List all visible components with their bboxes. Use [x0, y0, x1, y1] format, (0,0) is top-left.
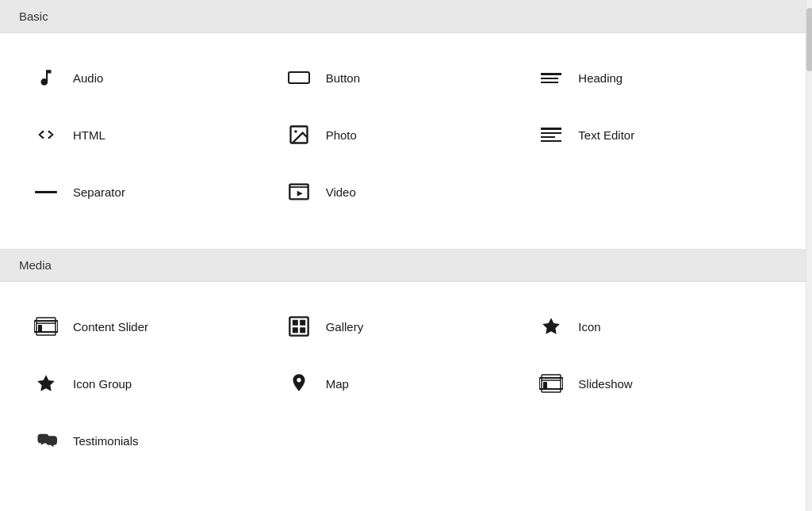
svg-rect-11 — [292, 320, 297, 326]
star-icon — [537, 312, 565, 341]
separator-item[interactable]: Separator — [24, 163, 277, 220]
content-slider-label: Content Slider — [73, 320, 148, 334]
media-items-grid: Content Slider Gallery Ico — [0, 282, 806, 485]
icon-group-icon — [32, 369, 60, 398]
text-editor-label: Text Editor — [578, 128, 634, 142]
heading-icon — [537, 63, 565, 92]
media-label: Media — [19, 258, 52, 272]
map-label: Map — [326, 377, 349, 391]
scrollbar-thumb[interactable] — [806, 8, 812, 71]
slideshow-icon — [537, 369, 565, 398]
separator-label: Separator — [73, 185, 125, 199]
svg-rect-9 — [38, 325, 42, 332]
photo-label: Photo — [326, 128, 357, 142]
button-item[interactable]: Button — [277, 49, 530, 106]
audio-label: Audio — [73, 71, 103, 85]
html-icon — [32, 120, 60, 149]
photo-item[interactable]: Photo — [277, 106, 530, 163]
svg-rect-6 — [34, 321, 58, 332]
separator-icon — [32, 177, 60, 206]
heading-item[interactable]: Heading — [529, 49, 782, 106]
video-item[interactable]: Video — [277, 163, 530, 220]
gallery-item[interactable]: Gallery — [277, 298, 530, 355]
main-content[interactable]: Basic Audio Button Head — [0, 0, 806, 511]
icon-group-item[interactable]: Icon Group — [24, 355, 277, 412]
audio-icon — [32, 63, 60, 92]
html-label: HTML — [73, 128, 105, 142]
button-icon — [285, 63, 313, 92]
svg-rect-13 — [292, 327, 297, 333]
icon-item[interactable]: Icon — [529, 298, 782, 355]
photo-icon — [285, 120, 313, 149]
testimonials-icon — [32, 426, 60, 455]
map-icon — [285, 369, 313, 398]
scrollbar-track[interactable] — [806, 0, 812, 511]
heading-label: Heading — [578, 71, 622, 85]
button-label: Button — [326, 71, 360, 85]
icon-label: Icon — [578, 320, 600, 334]
basic-items-grid: Audio Button Heading HTML — [0, 33, 806, 236]
audio-item[interactable]: Audio — [24, 49, 277, 106]
content-slider-icon — [32, 312, 60, 341]
svg-rect-15 — [539, 378, 563, 389]
video-label: Video — [326, 185, 356, 199]
html-item[interactable]: HTML — [24, 106, 277, 163]
basic-label: Basic — [19, 10, 48, 23]
testimonials-label: Testimonials — [73, 434, 139, 448]
svg-rect-18 — [543, 382, 547, 389]
basic-section-header: Basic — [0, 0, 806, 33]
svg-point-1 — [294, 130, 297, 133]
svg-rect-12 — [300, 320, 305, 326]
text-editor-icon — [537, 120, 565, 149]
svg-marker-5 — [297, 191, 302, 196]
slideshow-label: Slideshow — [578, 377, 632, 391]
svg-rect-2 — [35, 191, 57, 193]
svg-rect-14 — [300, 327, 305, 333]
slideshow-item[interactable]: Slideshow — [529, 355, 782, 412]
text-editor-item[interactable]: Text Editor — [529, 106, 782, 163]
svg-rect-10 — [289, 317, 308, 335]
media-section-header: Media — [0, 249, 806, 282]
map-item[interactable]: Map — [277, 355, 530, 412]
content-slider-item[interactable]: Content Slider — [24, 298, 277, 355]
testimonials-item[interactable]: Testimonials — [24, 412, 277, 469]
gallery-label: Gallery — [326, 320, 364, 334]
video-icon — [285, 177, 313, 206]
icon-group-label: Icon Group — [73, 377, 132, 391]
gallery-icon — [285, 312, 313, 341]
